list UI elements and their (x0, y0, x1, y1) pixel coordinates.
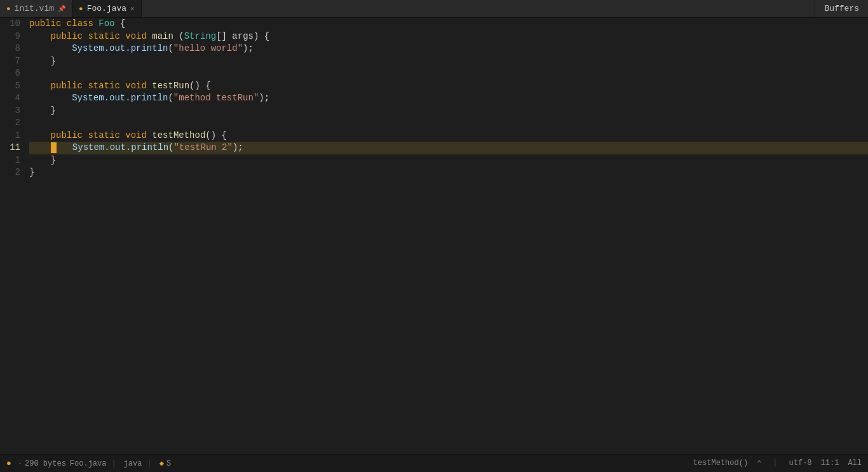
tab-bar: ● init.vim 📌 ● Foo.java ✕ Buffers (0, 0, 868, 18)
line-num-7: 7 (0, 55, 20, 68)
status-filetype: java (124, 459, 142, 468)
line-num-6: 6 (0, 67, 20, 80)
code-line-3: } (29, 105, 868, 118)
line-num-close1: 1 (0, 154, 20, 167)
line-num-5: 5 (0, 80, 20, 93)
line-num-8: 8 (0, 43, 20, 55)
line-num-close2: 2 (0, 166, 20, 179)
status-diamond-icon: ◆ (159, 459, 164, 468)
cursor (51, 142, 57, 153)
code-line-8: System.out.println("hello world"); (29, 43, 868, 55)
line-num-9: 9 (0, 30, 20, 43)
code-line-7: } (29, 55, 868, 68)
status-circle-label: S (166, 459, 171, 468)
tab-init-vim-label: init.vim (15, 4, 54, 13)
status-separator-enc: | (773, 459, 777, 468)
status-separator-2: | (111, 459, 116, 468)
code-line-close2: } (29, 166, 868, 179)
code-area[interactable]: public class Foo { public static void ma… (27, 18, 868, 454)
status-flag: ⌃ (757, 459, 761, 468)
status-encoding: utf-8 (789, 459, 812, 468)
code-line-11: System.out.println("testRun 2"); (29, 142, 868, 154)
tab-foo-java[interactable]: ● Foo.java ✕ (72, 0, 142, 17)
code-line-10: public class Foo { (29, 18, 868, 30)
tab-close-icon[interactable]: ✕ (130, 4, 135, 13)
code-line-9: public static void main (String[] args) … (29, 30, 868, 43)
status-separator-1: - (18, 459, 22, 468)
status-bar: ● - 290 bytes Foo.java | java | ◆ S test… (0, 454, 868, 472)
buffers-label: Buffers (824, 4, 859, 13)
line-num-4: 4 (0, 92, 20, 105)
status-bytes: 290 bytes (25, 459, 66, 468)
code-line-1: public static void testMethod() { (29, 130, 868, 142)
status-position: 11:1 (821, 459, 839, 468)
code-line-close1: } (29, 154, 868, 167)
line-num-3: 3 (0, 105, 20, 118)
code-line-5: public static void testRun() { (29, 80, 868, 93)
status-filename: Foo.java (70, 459, 107, 468)
status-separator-3: | (147, 459, 151, 468)
tab-modified-icon: ● (6, 5, 11, 13)
buffers-button[interactable]: Buffers (815, 0, 868, 17)
status-mode: All (848, 459, 862, 468)
tab-init-vim[interactable]: ● init.vim 📌 (0, 0, 72, 17)
tab-active-icon: ● (79, 5, 83, 13)
editor-area: 10 9 8 7 6 5 4 3 2 1 11 1 2 public class… (0, 18, 868, 454)
tab-pin-icon: 📌 (58, 5, 65, 13)
status-modified-icon: ● (6, 459, 11, 468)
code-line-6 (29, 67, 868, 80)
line-num-10: 10 (0, 18, 20, 30)
status-method: testMethod() (693, 459, 748, 468)
status-right: testMethod() ⌃ | utf-8 11:1 All (693, 459, 862, 468)
code-line-4: System.out.println("method testRun"); (29, 92, 868, 105)
tab-foo-java-label: Foo.java (87, 4, 126, 13)
line-num-1: 1 (0, 130, 20, 142)
code-line-2 (29, 117, 868, 130)
line-numbers: 10 9 8 7 6 5 4 3 2 1 11 1 2 (0, 18, 27, 454)
line-num-11: 11 (0, 142, 20, 154)
line-num-2: 2 (0, 117, 20, 130)
